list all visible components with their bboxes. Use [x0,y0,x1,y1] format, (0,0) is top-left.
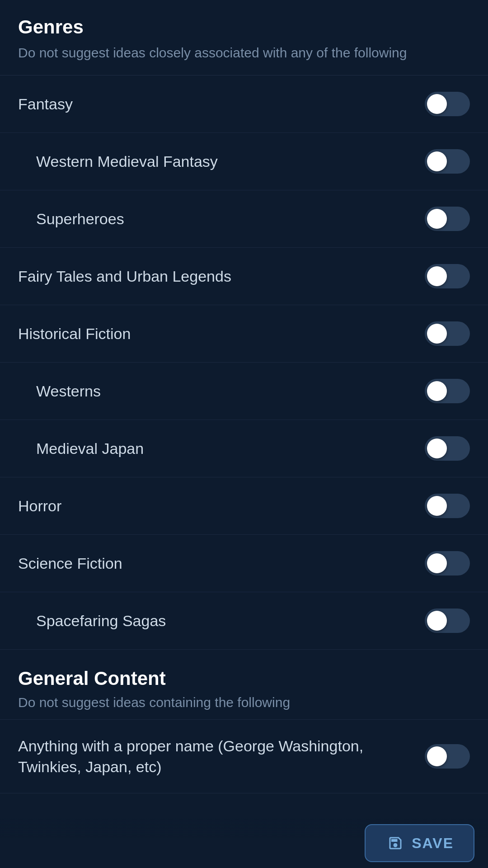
toggle-track-historical-fiction[interactable] [425,321,470,346]
toggle-spacefaring-sagas[interactable] [425,609,470,633]
genre-item-fantasy: Fantasy [0,75,488,133]
save-button[interactable]: SAVE [365,824,474,862]
genre-item-proper-name: Anything with a proper name (George Wash… [0,720,488,793]
toggle-thumb-proper-name [427,746,447,766]
toggle-science-fiction[interactable] [425,551,470,576]
toggle-superheroes[interactable] [425,207,470,231]
toggle-western-medieval-fantasy[interactable] [425,149,470,174]
toggle-westerns[interactable] [425,379,470,403]
page-content: Genres Do not suggest ideas closely asso… [0,0,488,848]
genre-label-historical-fiction: Historical Fiction [18,325,131,343]
genre-label-superheroes: Superheroes [36,210,124,228]
genre-item-historical-fiction: Historical Fiction [0,305,488,363]
toggle-fantasy[interactable] [425,92,470,116]
toggle-thumb-westerns [427,381,447,401]
toggle-track-science-fiction[interactable] [425,551,470,576]
genre-label-westerns: Westerns [36,382,101,400]
toggle-thumb-historical-fiction [427,324,447,344]
genre-item-horror: Horror [0,477,488,535]
toggle-track-fantasy[interactable] [425,92,470,116]
save-icon [385,833,405,853]
toggle-historical-fiction[interactable] [425,321,470,346]
general-content-section-header: General Content Do not suggest ideas con… [0,650,488,720]
genre-item-fairy-tales: Fairy Tales and Urban Legends [0,248,488,305]
toggle-thumb-medieval-japan [427,439,447,458]
genre-label-medieval-japan: Medieval Japan [36,440,144,458]
genre-item-science-fiction: Science Fiction [0,535,488,592]
genre-label-science-fiction: Science Fiction [18,555,122,572]
toggle-thumb-fairy-tales [427,266,447,286]
bottom-bar: SAVE [0,818,488,868]
genre-item-superheroes: Superheroes [0,190,488,248]
save-label: SAVE [412,835,454,852]
toggle-medieval-japan[interactable] [425,436,470,461]
toggle-track-proper-name[interactable] [425,744,470,769]
toggle-thumb-fantasy [427,94,447,114]
toggle-thumb-horror [427,496,447,516]
toggle-thumb-science-fiction [427,553,447,573]
genre-label-fairy-tales: Fairy Tales and Urban Legends [18,268,231,285]
toggle-track-superheroes[interactable] [425,207,470,231]
toggle-thumb-superheroes [427,209,447,229]
genre-item-spacefaring-sagas: Spacefaring Sagas [0,592,488,650]
toggle-track-horror[interactable] [425,494,470,518]
genre-item-medieval-japan: Medieval Japan [0,420,488,477]
genre-item-westerns: Westerns [0,363,488,420]
genres-section-header: Genres Do not suggest ideas closely asso… [0,0,488,75]
general-content-list: Anything with a proper name (George Wash… [0,720,488,793]
genre-label-western-medieval-fantasy: Western Medieval Fantasy [36,153,218,170]
toggle-track-westerns[interactable] [425,379,470,403]
toggle-track-fairy-tales[interactable] [425,264,470,288]
genre-label-horror: Horror [18,497,61,515]
toggle-thumb-western-medieval-fantasy [427,151,447,171]
genre-item-western-medieval-fantasy: Western Medieval Fantasy [0,133,488,190]
toggle-track-medieval-japan[interactable] [425,436,470,461]
toggle-proper-name[interactable] [425,744,470,769]
toggle-track-spacefaring-sagas[interactable] [425,609,470,633]
toggle-thumb-spacefaring-sagas [427,611,447,631]
genres-title: Genres [18,16,470,38]
general-content-subtitle: Do not suggest ideas containing the foll… [18,695,470,710]
genre-label-proper-name: Anything with a proper name (George Wash… [18,736,389,777]
genre-label-fantasy: Fantasy [18,95,73,113]
toggle-track-western-medieval-fantasy[interactable] [425,149,470,174]
toggle-fairy-tales[interactable] [425,264,470,288]
genres-subtitle: Do not suggest ideas closely associated … [18,43,470,62]
toggle-horror[interactable] [425,494,470,518]
general-content-title: General Content [18,668,470,689]
genres-list: FantasyWestern Medieval FantasySuperhero… [0,75,488,650]
genre-label-spacefaring-sagas: Spacefaring Sagas [36,612,166,630]
